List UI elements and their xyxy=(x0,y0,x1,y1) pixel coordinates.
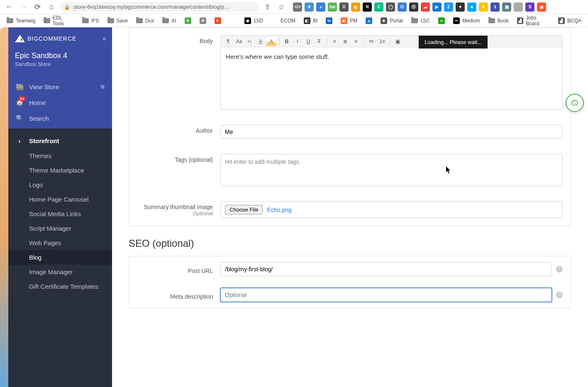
sidebar-item-web-pages[interactable]: Web Pages xyxy=(8,236,112,250)
choose-file-button[interactable]: Choose File xyxy=(225,205,263,214)
meta-description-help-icon[interactable]: ? xyxy=(556,292,563,298)
sidebar-item-image-manager[interactable]: Image Manager xyxy=(8,265,112,279)
align-center-button[interactable]: ≣ xyxy=(340,37,350,46)
bookmark-item[interactable]: F xyxy=(211,16,224,26)
extension-icon[interactable]: Z xyxy=(444,2,453,12)
insert-image-button[interactable]: ▣ xyxy=(393,37,403,46)
sidebar-item-home-page-carousel[interactable]: Home Page Carousel xyxy=(8,192,112,207)
extension-icon[interactable]: A xyxy=(479,2,488,12)
font-size-button[interactable]: a↕ xyxy=(245,37,255,46)
extension-icon[interactable]: ■ xyxy=(467,2,476,12)
extension-icon[interactable]: C xyxy=(374,2,383,12)
bookmark-item[interactable]: ⊕Portal xyxy=(377,16,406,26)
star-icon[interactable]: ☆ xyxy=(276,1,287,13)
home-badge: 14 xyxy=(18,96,26,101)
extension-icon[interactable]: ⓪ xyxy=(409,2,418,12)
extension-icon[interactable]: </> xyxy=(293,2,302,12)
align-left-button[interactable]: ≡ xyxy=(329,37,339,46)
bookmark-item[interactable]: ••Medium xyxy=(450,16,483,26)
forward-button[interactable]: → xyxy=(17,1,29,13)
bookmark-item[interactable]: 1SC xyxy=(408,16,433,25)
bookmark-item[interactable]: B xyxy=(181,16,195,26)
sidebar-home[interactable]: 🏠 14 Home xyxy=(8,95,112,110)
bookmark-item[interactable]: EDL Tools xyxy=(40,13,77,28)
sidebar-item-gift-certificate-templates[interactable]: Gift Certificate Templates xyxy=(8,279,112,294)
extension-icon[interactable]: ◯ xyxy=(386,2,395,12)
extension-icon[interactable]: N xyxy=(363,2,372,12)
sidebar-view-store[interactable]: 🏬 View Store ⧉ xyxy=(8,79,112,95)
underline-button[interactable]: U xyxy=(303,37,313,46)
extension-icon[interactable]: ◉ xyxy=(537,2,546,12)
post-url-help-icon[interactable]: ? xyxy=(556,266,563,273)
bookmark-item[interactable]: eECOM xyxy=(268,16,299,26)
bookmark-item[interactable]: AI xyxy=(159,16,179,25)
extension-icon[interactable]: ✳ xyxy=(305,2,314,12)
extension-icon[interactable]: S xyxy=(525,2,534,12)
extension-icon[interactable]: ◐ xyxy=(351,2,360,12)
extension-icon[interactable]: ✦ xyxy=(456,2,465,12)
sidebar-item-logo[interactable]: Logo xyxy=(8,178,112,192)
meta-description-label: Meta description xyxy=(137,290,220,300)
extension-icon[interactable]: ☁ xyxy=(421,2,430,12)
collapse-sidebar-button[interactable]: « xyxy=(102,35,106,42)
bookmark-item[interactable]: ▟Jobs Board xyxy=(514,13,553,28)
bookmark-item[interactable]: ▲ xyxy=(362,16,376,26)
meta-description-input[interactable] xyxy=(220,288,552,302)
number-list-button[interactable]: 1≡ xyxy=(377,37,387,46)
extension-icon[interactable]: bw xyxy=(328,2,337,12)
bookmark-item[interactable]: Teamwig xyxy=(3,16,39,25)
extension-icon[interactable]: ⟐ xyxy=(316,2,325,12)
post-url-label: Post URL xyxy=(137,264,220,274)
bookmark-item[interactable]: ◐PM xyxy=(337,16,361,26)
sidebar-item-script-manager[interactable]: Script Manager xyxy=(8,221,112,236)
share-icon[interactable]: ⇪ xyxy=(261,1,273,13)
svg-point-3 xyxy=(575,102,576,104)
bookmark-item[interactable]: Dux xyxy=(133,16,157,25)
help-widget[interactable] xyxy=(566,94,584,112)
tags-input[interactable]: Hit enter to add multiple tags. xyxy=(220,154,563,186)
extension-icon[interactable]: Ü xyxy=(339,2,349,12)
bookmark-item[interactable]: u xyxy=(435,16,448,26)
sidebar-item-themes[interactable]: Themes xyxy=(8,148,112,163)
bookmark-item[interactable]: Book xyxy=(485,16,512,25)
bullet-list-button[interactable]: •≡ xyxy=(366,37,376,46)
extension-icon[interactable]: ▶ xyxy=(432,2,442,12)
bookmark-item[interactable]: IFS xyxy=(79,16,102,25)
extension-icon[interactable]: ⫴ xyxy=(490,2,500,12)
post-url-input[interactable] xyxy=(220,262,552,276)
bookmark-item[interactable]: ◉1SD xyxy=(241,16,266,26)
home-button[interactable]: ⌂ xyxy=(46,1,57,13)
bold-button[interactable]: B xyxy=(282,37,292,46)
thumbnail-optional: Optional xyxy=(137,210,213,217)
sidebar-search[interactable]: 🔍 Search xyxy=(8,110,112,126)
font-family-button[interactable]: Aa xyxy=(234,37,244,46)
sidebar-section-storefront[interactable]: ‹ Storefront xyxy=(8,133,112,148)
text-color-button[interactable]: A xyxy=(256,37,266,46)
extensions-area: </>✳⟐bwÜ◐NC◯O⓪☁▶Z✦■A⫴▣S◉ xyxy=(293,2,546,12)
back-button[interactable]: ← xyxy=(3,1,15,13)
bookmark-item[interactable]: in xyxy=(322,16,336,26)
loading-toast: Loading... Please wait... xyxy=(419,36,488,49)
reload-button[interactable]: ⟳ xyxy=(32,1,43,13)
extension-icon[interactable] xyxy=(514,2,523,12)
strikethrough-button[interactable]: T xyxy=(314,37,324,46)
paragraph-format-button[interactable]: ¶ xyxy=(223,37,233,46)
author-input[interactable] xyxy=(220,125,563,139)
sidebar-item-theme-marketplace[interactable]: Theme Marketplace xyxy=(8,163,112,178)
bookmark-item[interactable]: ◧BI xyxy=(300,16,321,26)
store-name: Epic Sandbox 4 xyxy=(15,51,105,60)
sidebar-item-blog[interactable]: Blog xyxy=(8,250,112,265)
bookmark-item[interactable]: ❊ xyxy=(196,16,210,26)
bookmark-item[interactable]: Save xyxy=(104,16,131,25)
sidebar-item-social-media-links[interactable]: Social Media Links xyxy=(8,207,112,221)
italic-button[interactable]: I xyxy=(293,37,303,46)
align-right-button[interactable]: ≡ xyxy=(351,37,361,46)
address-bar[interactable]: 🔒 store-6vq1klwooy.mybigcommerce.com/man… xyxy=(60,2,259,12)
bookmark-item[interactable]: 〰 xyxy=(226,16,239,26)
bookmarks-bar: TeamwigEDL ToolsIFSSaveDuxAIB❊F〰◉1SDeECO… xyxy=(0,14,588,27)
extension-icon[interactable]: ▣ xyxy=(502,2,511,12)
highlight-button[interactable]: A xyxy=(266,37,276,46)
extension-icon[interactable]: O xyxy=(398,2,407,12)
body-editor[interactable]: Here's where we can type some stuff. xyxy=(221,47,562,110)
bookmark-item[interactable]: ▟BCQA xyxy=(555,16,585,26)
